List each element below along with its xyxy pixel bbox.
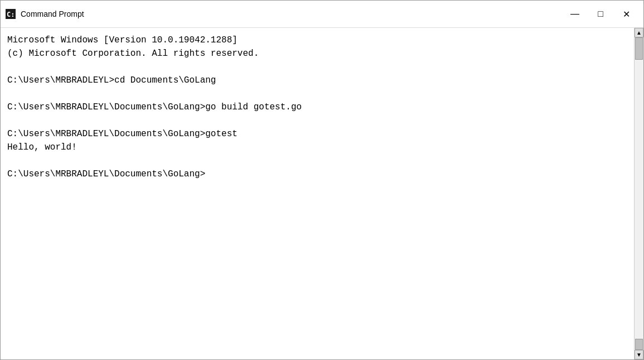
- cmd-window: C: Command Prompt — □ ✕ Microsoft Window…: [0, 0, 644, 360]
- terminal-line: [7, 275, 627, 288]
- terminal-line: [7, 288, 627, 301]
- terminal-line: [7, 261, 627, 275]
- scroll-up-arrow[interactable]: ▲: [635, 28, 643, 37]
- terminal-line: Hello, world!: [7, 141, 627, 154]
- svg-text:C:: C:: [7, 11, 14, 18]
- terminal-line: [7, 60, 627, 74]
- maximize-button[interactable]: □: [588, 1, 613, 28]
- terminal-line: [7, 221, 627, 234]
- terminal-line: Microsoft Windows [Version 10.0.19042.12…: [7, 33, 627, 47]
- terminal-line: C:\Users\MRBRADLEYL\Documents\GoLang>: [7, 167, 627, 181]
- terminal-output[interactable]: Microsoft Windows [Version 10.0.19042.12…: [1, 28, 634, 359]
- cmd-icon: C:: [5, 8, 16, 20]
- terminal-line: [7, 114, 627, 127]
- scrollbar-thumb-bottom[interactable]: [635, 339, 643, 350]
- title-bar: C: Command Prompt — □ ✕: [1, 1, 643, 28]
- minimize-button[interactable]: —: [562, 1, 588, 28]
- scrollbar-thumb[interactable]: [635, 37, 643, 60]
- window-controls: — □ ✕: [562, 1, 639, 28]
- scroll-down-arrow[interactable]: ▼: [635, 350, 643, 359]
- terminal-line: (c) Microsoft Corporation. All rights re…: [7, 47, 627, 60]
- scrollbar[interactable]: ▲ ▼: [634, 28, 643, 359]
- window-body: Microsoft Windows [Version 10.0.19042.12…: [1, 28, 643, 359]
- scrollbar-track[interactable]: [635, 37, 643, 350]
- terminal-line: C:\Users\MRBRADLEYL\Documents\GoLang>got…: [7, 127, 627, 141]
- terminal-line: C:\Users\MRBRADLEYL>cd Documents\GoLang: [7, 74, 627, 87]
- terminal-line: [7, 181, 627, 194]
- terminal-line: [7, 87, 627, 100]
- terminal-line: [7, 194, 627, 208]
- terminal-line: C:\Users\MRBRADLEYL\Documents\GoLang>go …: [7, 100, 627, 114]
- terminal-line: [7, 248, 627, 261]
- terminal-line: [7, 154, 627, 167]
- window-title: Command Prompt: [21, 9, 562, 18]
- close-button[interactable]: ✕: [613, 1, 639, 28]
- terminal-line: [7, 234, 627, 248]
- terminal-line: [7, 208, 627, 221]
